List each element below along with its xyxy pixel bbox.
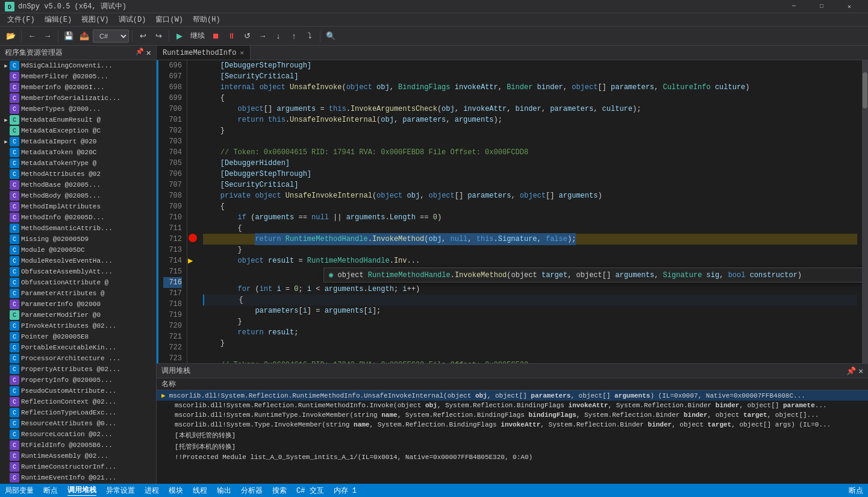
status-modules[interactable]: 模块 — [169, 486, 183, 496]
toolbar-save[interactable]: 💾 — [61, 29, 76, 43]
minimize-button[interactable]: ─ — [780, 0, 808, 13]
status-output[interactable]: 输出 — [217, 486, 231, 496]
status-breakpoints[interactable]: 断点 — [43, 486, 58, 496]
expand-icon: ▶ — [2, 62, 10, 69]
sidebar-item[interactable]: C RuntimeEventInfo @021... — [0, 472, 156, 483]
toolbar-export[interactable]: 📤 — [77, 29, 92, 43]
line-num: 700 — [163, 104, 182, 114]
toolbar-back[interactable]: ← — [25, 29, 39, 43]
editor-area: RuntimeMethodInfo ✕ 696 697 698 699 700 — [157, 46, 868, 363]
sidebar-item[interactable]: C ResourceAttributes @0... — [0, 418, 156, 429]
sidebar-item[interactable]: C MemberTypes @2000... — [0, 104, 156, 114]
toolbar-step-into[interactable]: ↓ — [271, 29, 286, 43]
sidebar-item[interactable]: C ModuleResolveEventHa... — [0, 255, 156, 266]
sidebar-item[interactable]: C PropertyInfo @020005... — [0, 375, 156, 386]
menu-help[interactable]: 帮助(H) — [188, 13, 225, 26]
close-button[interactable]: ✕ — [835, 0, 863, 13]
maximize-button[interactable]: □ — [808, 0, 835, 13]
toolbar-step-out[interactable]: ↑ — [287, 29, 301, 43]
sidebar-item[interactable]: C Pointer @020005E8 — [0, 331, 156, 342]
sidebar-item[interactable]: C MemberInfo @02005I... — [0, 82, 156, 93]
item-icon: C — [10, 234, 19, 244]
sidebar-item[interactable]: C MemberFilter @02005... — [0, 71, 156, 82]
sidebar-item[interactable]: C ParameterModifier @0 — [0, 310, 156, 320]
toolbar-stop[interactable]: ⏹ — [208, 29, 223, 43]
status-callstack[interactable]: 调用堆栈 — [67, 485, 96, 496]
toolbar-open[interactable]: 📂 — [4, 29, 18, 43]
sidebar-item[interactable]: C ParameterInfo @02000 — [0, 299, 156, 310]
stack-item[interactable]: mscorlib.dll!System.Type.InvokeMember(st… — [157, 420, 868, 430]
sidebar-item[interactable]: C MetadataException @C — [0, 125, 156, 136]
sidebar-item[interactable]: ▶ C MetadataEnumResult @ — [0, 114, 156, 125]
stack-item[interactable]: [托管到本机的转换] — [157, 441, 868, 452]
code-editor[interactable]: 696 697 698 699 700 701 702 703 704 705 … — [157, 60, 868, 363]
stack-item[interactable]: !!Protected Medule list_A_0_System_intit… — [157, 452, 868, 462]
status-process[interactable]: 进程 — [145, 486, 159, 496]
sidebar-item[interactable]: C ResourceLocation @02... — [0, 429, 156, 440]
sidebar-pin[interactable]: 📌 — [136, 48, 144, 58]
stack-item-current[interactable]: ▶ mscorlib.dll!System.Reflection.Runtime… — [157, 390, 868, 401]
sidebar-item[interactable]: C MethodBase @02005... — [0, 180, 156, 190]
toolbar-run-to[interactable]: ⤵ — [302, 29, 317, 43]
item-text: MetadataTokenType @ — [21, 160, 96, 167]
sidebar-item[interactable]: C ObfuscateAssemblyAtt... — [0, 266, 156, 277]
tab-close[interactable]: ✕ — [240, 49, 244, 57]
tabs-bar: RuntimeMethodInfo ✕ — [157, 46, 868, 60]
status-memory[interactable]: 内存 1 — [334, 486, 357, 496]
sidebar-item[interactable]: ▶ C MetadataImport @020 — [0, 136, 156, 147]
toolbar-forward[interactable]: → — [40, 29, 55, 43]
sidebar-item[interactable]: C MetadataToken @020C — [0, 147, 156, 158]
status-threads[interactable]: 线程 — [193, 486, 207, 496]
sidebar-item[interactable]: C RtFieldInfo @02005B6... — [0, 440, 156, 451]
sidebar-close[interactable]: ✕ — [146, 48, 151, 58]
menu-edit[interactable]: 编辑(E) — [40, 13, 77, 26]
sidebar-item[interactable]: C Module @020005DC — [0, 245, 156, 255]
sidebar-item[interactable]: C PropertyAttributes @02... — [0, 364, 156, 375]
status-locals[interactable]: 局部变量 — [5, 486, 34, 496]
status-analyzer[interactable]: 分析器 — [241, 486, 263, 496]
status-search[interactable]: 搜索 — [272, 486, 287, 496]
menu-file[interactable]: 文件(F) — [2, 13, 40, 26]
sidebar-item[interactable]: C Missing @020005D9 — [0, 234, 156, 245]
toolbar-pause[interactable]: ⏸ — [224, 29, 239, 43]
stack-item[interactable]: mscorlib.dll!System.Reflection.RuntimeMe… — [157, 401, 868, 410]
sidebar-item[interactable]: C ObfuscationAttribute @ — [0, 277, 156, 288]
bottom-panel-close[interactable]: ✕ — [858, 366, 863, 376]
sidebar-item[interactable]: C ParameterAttributes @ — [0, 288, 156, 299]
toolbar-step-over[interactable]: → — [255, 29, 270, 43]
toolbar-undo[interactable]: ↩ — [136, 29, 150, 43]
sidebar-item[interactable]: C RuntimeFieldInfo @020... — [0, 483, 156, 484]
stack-item[interactable]: mscorlib.dll!System.RuntimeType.InvokeMe… — [157, 410, 868, 420]
status-exceptions[interactable]: 异常设置 — [106, 486, 135, 496]
sidebar-item[interactable]: C PseudoCustomAttribute... — [0, 386, 156, 396]
sidebar-item[interactable]: C RuntimeAssembly @02... — [0, 451, 156, 461]
sidebar-item[interactable]: C ProcessorArchitecture ... — [0, 353, 156, 364]
toolbar-restart[interactable]: ↺ — [240, 29, 254, 43]
toolbar-search[interactable]: 🔍 — [323, 29, 338, 43]
sidebar-item[interactable]: C ReflectionTypeLoadExc... — [0, 407, 156, 418]
sidebar-item[interactable]: C MetadataTokenType @ — [0, 158, 156, 169]
sidebar-item[interactable]: C RuntimeConstructorInf... — [0, 461, 156, 472]
status-csharp-interactive[interactable]: C# 交互 — [296, 486, 324, 496]
menu-view[interactable]: 视图(V) — [76, 13, 114, 26]
sidebar-item[interactable]: C MemberInfoSerializatic... — [0, 93, 156, 104]
sidebar-item[interactable]: C PInvokeAttributes @02... — [0, 320, 156, 331]
editor-scrollbar[interactable] — [862, 60, 868, 363]
tab-runtimemethodinfo[interactable]: RuntimeMethodInfo ✕ — [157, 46, 251, 60]
sidebar-item[interactable]: ▶ C MdSigCallingConventi... — [0, 60, 156, 71]
sidebar-item[interactable]: C MethodSemanticAttrib... — [0, 223, 156, 234]
bottom-panel-pin[interactable]: 📌 — [846, 366, 856, 376]
toolbar-redo[interactable]: ↪ — [151, 29, 166, 43]
toolbar-continue[interactable]: ▶ — [172, 29, 187, 43]
sidebar-item[interactable]: C MethodInfo @02005D... — [0, 212, 156, 223]
sidebar-item[interactable]: C MethodBody @02005... — [0, 190, 156, 201]
lang-dropdown[interactable]: C# IL — [93, 30, 129, 43]
sidebar-item[interactable]: C PortableExecutableKin... — [0, 342, 156, 353]
menu-debug[interactable]: 调试(D) — [114, 13, 151, 26]
sidebar-item[interactable]: C MethodAttributes @02 — [0, 169, 156, 180]
menu-window[interactable]: 窗口(W) — [151, 13, 188, 26]
call-stack-list[interactable]: ▶ mscorlib.dll!System.Reflection.Runtime… — [157, 390, 868, 484]
sidebar-item[interactable]: C MethodImplAttributes — [0, 201, 156, 212]
sidebar-item[interactable]: C ReflectionContext @02... — [0, 396, 156, 407]
stack-item[interactable]: [本机到托管的转换] — [157, 430, 868, 441]
